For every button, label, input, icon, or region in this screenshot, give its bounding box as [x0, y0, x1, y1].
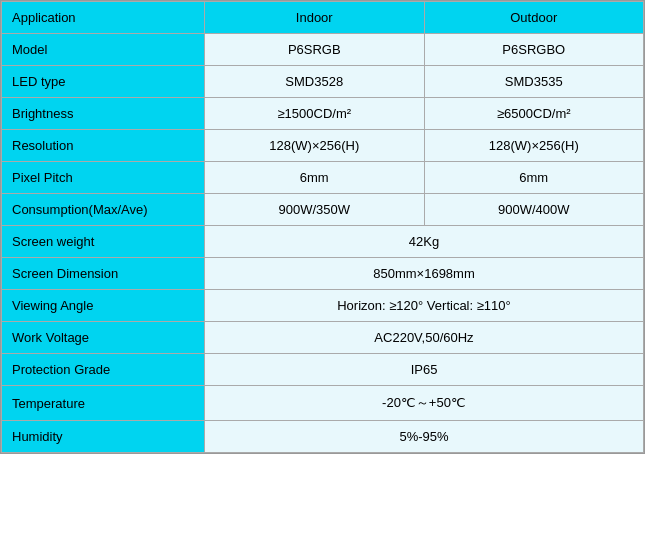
row-value-outdoor: SMD3535	[424, 66, 644, 98]
row-value-outdoor: 128(W)×256(H)	[424, 130, 644, 162]
row-value-span: Horizon: ≥120° Vertical: ≥110°	[205, 290, 644, 322]
table-row: Screen Dimension850mm×1698mm	[2, 258, 644, 290]
row-value-outdoor: ≥6500CD/m²	[424, 98, 644, 130]
row-value-outdoor: 6mm	[424, 162, 644, 194]
spec-table: Application Indoor Outdoor ModelP6SRGBP6…	[1, 1, 644, 453]
row-value-indoor: P6SRGB	[205, 34, 425, 66]
row-label: Humidity	[2, 421, 205, 453]
header-label: Application	[2, 2, 205, 34]
table-row: Humidity5%-95%	[2, 421, 644, 453]
row-label: Temperature	[2, 386, 205, 421]
row-label: Consumption(Max/Ave)	[2, 194, 205, 226]
table-row: Viewing AngleHorizon: ≥120° Vertical: ≥1…	[2, 290, 644, 322]
row-value-indoor: 128(W)×256(H)	[205, 130, 425, 162]
row-label: Screen Dimension	[2, 258, 205, 290]
table-row: Temperature-20℃～+50℃	[2, 386, 644, 421]
row-value-indoor: 6mm	[205, 162, 425, 194]
row-value-span: -20℃～+50℃	[205, 386, 644, 421]
table-body: ModelP6SRGBP6SRGBOLED typeSMD3528SMD3535…	[2, 34, 644, 453]
table-row: Brightness≥1500CD/m²≥6500CD/m²	[2, 98, 644, 130]
row-label: Screen weight	[2, 226, 205, 258]
row-value-outdoor: 900W/400W	[424, 194, 644, 226]
row-label: Pixel Pitch	[2, 162, 205, 194]
table-header-row: Application Indoor Outdoor	[2, 2, 644, 34]
table-row: LED typeSMD3528SMD3535	[2, 66, 644, 98]
row-value-span: 850mm×1698mm	[205, 258, 644, 290]
header-col1: Indoor	[205, 2, 425, 34]
spec-table-container: Application Indoor Outdoor ModelP6SRGBP6…	[0, 0, 645, 454]
row-value-span: 5%-95%	[205, 421, 644, 453]
row-label: Model	[2, 34, 205, 66]
row-value-span: AC220V,50/60Hz	[205, 322, 644, 354]
row-label: Work Voltage	[2, 322, 205, 354]
row-value-span: IP65	[205, 354, 644, 386]
table-row: ModelP6SRGBP6SRGBO	[2, 34, 644, 66]
table-row: Protection GradeIP65	[2, 354, 644, 386]
table-row: Work VoltageAC220V,50/60Hz	[2, 322, 644, 354]
row-value-outdoor: P6SRGBO	[424, 34, 644, 66]
table-row: Screen weight42Kg	[2, 226, 644, 258]
row-label: Brightness	[2, 98, 205, 130]
table-row: Resolution128(W)×256(H)128(W)×256(H)	[2, 130, 644, 162]
row-label: Protection Grade	[2, 354, 205, 386]
row-label: LED type	[2, 66, 205, 98]
table-row: Consumption(Max/Ave)900W/350W900W/400W	[2, 194, 644, 226]
row-value-indoor: 900W/350W	[205, 194, 425, 226]
row-label: Resolution	[2, 130, 205, 162]
row-value-span: 42Kg	[205, 226, 644, 258]
header-col2: Outdoor	[424, 2, 644, 34]
table-row: Pixel Pitch6mm6mm	[2, 162, 644, 194]
row-value-indoor: ≥1500CD/m²	[205, 98, 425, 130]
row-value-indoor: SMD3528	[205, 66, 425, 98]
row-label: Viewing Angle	[2, 290, 205, 322]
